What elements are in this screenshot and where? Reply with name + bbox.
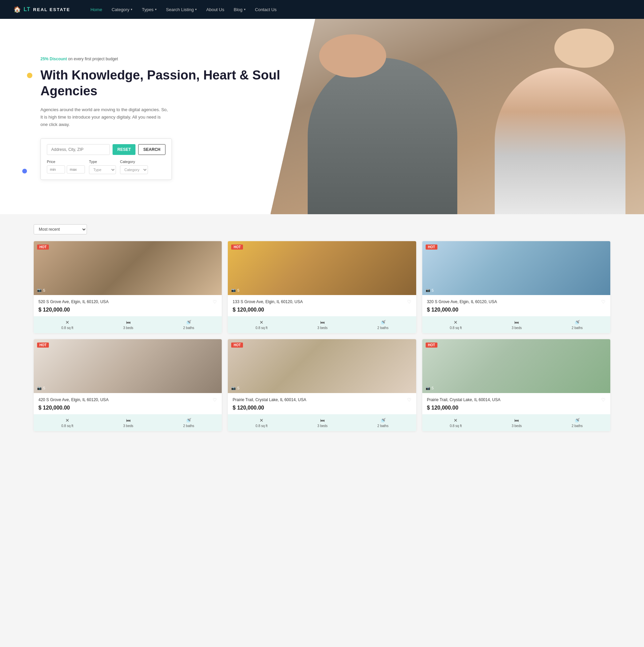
sqft-stat: ✕ 0.8 sq ft [255, 320, 268, 330]
card-image [34, 339, 222, 393]
baths-stat: 🚿 2 baths [183, 418, 194, 428]
nav-link-about-us[interactable]: About Us [206, 7, 224, 12]
camera-icon: 📷 [37, 288, 42, 292]
card-image-wrap: HOT 📷 5 [422, 241, 610, 295]
hot-badge: HOT [231, 245, 243, 250]
property-price: $ 120,000.00 [233, 405, 411, 411]
bed-icon: 🛏 [126, 418, 131, 423]
nav-link-search-listing[interactable]: Search Listing ▾ [166, 7, 197, 12]
baths-value: 2 baths [572, 326, 583, 330]
nav-links: Home Category ▾ Types ▾ Search Listing ▾… [90, 7, 276, 12]
property-grid: HOT 📷 5 520 S Grove Ave, Elgin, IL 60120… [34, 241, 610, 431]
nav-link-home[interactable]: Home [90, 7, 102, 12]
price-filter: Price [47, 160, 85, 174]
beds-value: 3 beds [317, 326, 328, 330]
bath-icon: 🚿 [574, 320, 580, 325]
sqft-stat: ✕ 0.8 sq ft [450, 418, 462, 428]
beds-stat: 🛏 3 beds [123, 320, 133, 330]
search-row: RESET SEARCH [47, 144, 165, 155]
image-count: 📷 5 [37, 288, 45, 292]
baths-value: 2 baths [183, 424, 194, 428]
beds-stat: 🛏 3 beds [512, 320, 522, 330]
beds-stat: 🛏 3 beds [512, 418, 522, 428]
price-label: Price [47, 160, 85, 164]
beds-value: 3 beds [512, 424, 522, 428]
address-row: 520 S Grove Ave, Elgin, IL 60120, USA ♡ [38, 299, 217, 305]
beds-value: 3 beds [123, 326, 133, 330]
logo-text: REAL ESTATE [33, 7, 70, 12]
property-card: HOT 📷 5 420 S Grove Ave, Elgin, IL 60120… [34, 339, 222, 431]
nav-link-blog[interactable]: Blog ▾ [234, 7, 245, 12]
sort-select[interactable]: Most recent Price: Low to High Price: Hi… [34, 224, 87, 234]
card-image-wrap: HOT 📷 5 [422, 339, 610, 393]
reset-button[interactable]: RESET [113, 144, 135, 155]
filter-row: Price Type Type Category Category [47, 160, 165, 174]
card-body: Prairie Trail, Crystal Lake, IL 60014, U… [228, 393, 416, 411]
baths-value: 2 baths [572, 424, 583, 428]
price-max-input[interactable] [67, 165, 85, 173]
property-address: Prairie Trail, Crystal Lake, IL 60014, U… [427, 397, 500, 403]
nav-link-types[interactable]: Types ▾ [142, 7, 157, 12]
address-row: 420 S Grove Ave, Elgin, IL 60120, USA ♡ [38, 397, 217, 403]
image-count: 📷 5 [231, 386, 239, 390]
camera-icon: 📷 [426, 386, 430, 390]
type-select[interactable]: Type [89, 165, 116, 174]
property-address: 420 S Grove Ave, Elgin, IL 60120, USA [38, 397, 109, 403]
sqft-stat: ✕ 0.8 sq ft [450, 320, 462, 330]
property-address: Prairie Trail, Crystal Lake, IL 60014, U… [233, 397, 306, 403]
card-image-wrap: HOT 📷 5 [228, 241, 416, 295]
bed-icon: 🛏 [514, 320, 519, 325]
logo-lt: LT [24, 6, 30, 12]
property-card: HOT 📷 5 520 S Grove Ave, Elgin, IL 60120… [34, 241, 222, 333]
sqft-icon: ✕ [259, 320, 264, 325]
favorite-button[interactable]: ♡ [601, 397, 606, 402]
card-body: 133 S Grove Ave, Elgin, IL 60120, USA ♡ … [228, 295, 416, 313]
discount-banner: 25% Discount on every first project budg… [40, 57, 315, 61]
sqft-value: 0.8 sq ft [450, 326, 462, 330]
property-price: $ 120,000.00 [427, 405, 606, 411]
beds-value: 3 beds [512, 326, 522, 330]
site-logo[interactable]: 🏠 LT REAL ESTATE [13, 6, 70, 13]
favorite-button[interactable]: ♡ [601, 299, 606, 304]
favorite-button[interactable]: ♡ [407, 397, 411, 402]
sqft-stat: ✕ 0.8 sq ft [61, 320, 73, 330]
nav-link-category[interactable]: Category ▾ [112, 7, 132, 12]
card-body: 520 S Grove Ave, Elgin, IL 60120, USA ♡ … [34, 295, 222, 313]
card-footer: ✕ 0.8 sq ft 🛏 3 beds 🚿 2 baths [422, 414, 610, 431]
hero-section: 25% Discount on every first project budg… [0, 19, 644, 214]
price-inputs [47, 165, 85, 173]
type-filter: Type Type [89, 160, 116, 174]
hero-title: With Knowledge, Passion, Heart & Soul Ag… [40, 67, 315, 99]
category-filter: Category Category [120, 160, 148, 174]
image-count: 📷 5 [426, 386, 434, 390]
bath-icon: 🚿 [574, 418, 580, 423]
address-row: Prairie Trail, Crystal Lake, IL 60014, U… [233, 397, 411, 403]
sqft-icon: ✕ [65, 320, 69, 325]
sqft-icon: ✕ [259, 418, 264, 423]
chevron-down-icon: ▾ [195, 8, 197, 11]
search-input[interactable] [47, 144, 110, 155]
bath-icon: 🚿 [380, 320, 386, 325]
search-box: RESET SEARCH Price Type Type [40, 138, 172, 180]
card-image [34, 241, 222, 295]
bed-icon: 🛏 [320, 320, 325, 325]
favorite-button[interactable]: ♡ [213, 299, 217, 304]
favorite-button[interactable]: ♡ [213, 397, 217, 402]
category-select[interactable]: Category [120, 165, 148, 174]
card-footer: ✕ 0.8 sq ft 🛏 3 beds 🚿 2 baths [422, 316, 610, 333]
bed-icon: 🛏 [514, 418, 519, 423]
bed-icon: 🛏 [320, 418, 325, 423]
camera-icon: 📷 [231, 386, 236, 390]
listings-section: Most recent Price: Low to High Price: Hi… [0, 214, 644, 445]
search-button[interactable]: SEARCH [138, 144, 165, 155]
favorite-button[interactable]: ♡ [407, 299, 411, 304]
beds-value: 3 beds [317, 424, 328, 428]
card-footer: ✕ 0.8 sq ft 🛏 3 beds 🚿 2 baths [228, 414, 416, 431]
nav-link-contact-us[interactable]: Contact Us [255, 7, 277, 12]
property-card: HOT 📷 5 Prairie Trail, Crystal Lake, IL … [228, 339, 416, 431]
card-footer: ✕ 0.8 sq ft 🛏 3 beds 🚿 2 baths [228, 316, 416, 333]
card-image [228, 241, 416, 295]
baths-value: 2 baths [183, 326, 194, 330]
price-min-input[interactable] [47, 165, 65, 173]
card-footer: ✕ 0.8 sq ft 🛏 3 beds 🚿 2 baths [34, 414, 222, 431]
